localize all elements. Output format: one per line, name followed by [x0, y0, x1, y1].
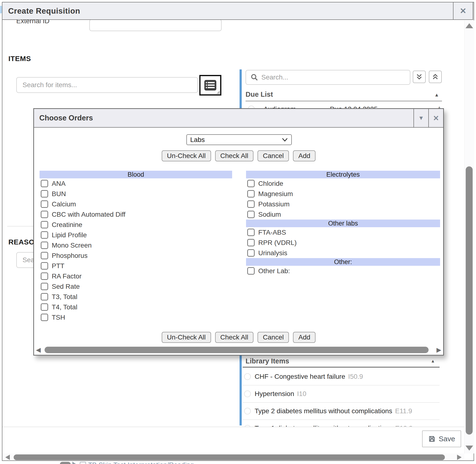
- collapse-all-button[interactable]: [429, 71, 442, 83]
- order-checkbox[interactable]: [41, 303, 48, 311]
- dialog-close-button[interactable]: ✕: [453, 2, 473, 19]
- library-item-name: Hypertension: [255, 390, 294, 398]
- order-label: Potassium: [258, 200, 290, 208]
- order-checkbox[interactable]: [41, 221, 48, 228]
- order-checkbox[interactable]: [247, 249, 255, 257]
- order-checkbox[interactable]: [247, 200, 255, 208]
- due-list-collapse-caret[interactable]: ▲: [434, 92, 439, 97]
- add-button[interactable]: Add: [293, 150, 316, 161]
- order-label: Magnesium: [258, 190, 293, 198]
- scroll-up-icon[interactable]: [466, 23, 473, 28]
- order-label: Urinalysis: [258, 249, 287, 257]
- cancel-button[interactable]: Cancel: [258, 150, 289, 161]
- due-list-search-input[interactable]: Search...: [246, 70, 410, 85]
- add-button[interactable]: Add: [293, 332, 316, 343]
- order-checkbox[interactable]: [41, 252, 48, 259]
- order-checkbox-row: ANA: [40, 178, 232, 189]
- scroll-left-icon[interactable]: [5, 455, 10, 460]
- order-label: ANA: [52, 180, 66, 187]
- scroll-right-icon[interactable]: [457, 455, 462, 460]
- items-search-input[interactable]: Search for items...: [16, 77, 198, 93]
- cancel-button[interactable]: Cancel: [258, 332, 289, 343]
- check-all-button[interactable]: Check All: [215, 150, 254, 161]
- order-checkbox-row: Mono Screen: [40, 240, 232, 251]
- choose-orders-modal: Choose Orders ▼ ✕ Labs Un-Check All Chec…: [33, 108, 444, 356]
- order-checkbox[interactable]: [41, 211, 48, 218]
- expand-all-button[interactable]: [413, 71, 426, 83]
- order-checkbox[interactable]: [41, 200, 48, 208]
- order-label: Calcium: [52, 200, 76, 208]
- order-checkbox[interactable]: [247, 190, 255, 198]
- order-label: Mono Screen: [52, 242, 92, 249]
- library-item-radio[interactable]: [244, 373, 251, 380]
- uncheck-all-button[interactable]: Un-Check All: [162, 150, 211, 161]
- library-item-radio[interactable]: [244, 390, 251, 397]
- library-item-row[interactable]: Type 1 diabetes mellitus without complic…: [243, 420, 440, 427]
- library-item-radio[interactable]: [244, 408, 251, 415]
- close-icon: ✕: [460, 6, 466, 16]
- modal-collapse-button[interactable]: ▼: [414, 109, 428, 127]
- items-catalog-button[interactable]: [199, 75, 221, 96]
- order-checkbox[interactable]: [247, 180, 255, 187]
- scroll-right-icon[interactable]: ▶: [436, 347, 441, 353]
- order-checkbox[interactable]: [41, 314, 48, 321]
- order-checkbox[interactable]: [41, 242, 48, 249]
- library-item-name: Type 1 diabetes mellitus without complic…: [255, 425, 392, 427]
- hscroll-thumb[interactable]: [14, 454, 445, 460]
- order-group-header: Other labs: [246, 220, 440, 227]
- vscroll-thumb[interactable]: [466, 166, 473, 435]
- due-list-partial-row[interactable]: Audiogram Due 12.04.2025: [246, 105, 435, 108]
- order-checkbox[interactable]: [41, 283, 48, 290]
- list-icon: [204, 79, 217, 91]
- modal-hscroll-thumb[interactable]: [45, 347, 428, 353]
- uncheck-all-button[interactable]: Un-Check All: [162, 332, 211, 343]
- library-item-row[interactable]: Type 2 diabetes mellitus without complic…: [243, 403, 440, 420]
- order-label: Creatinine: [52, 221, 82, 229]
- order-group-header: Other:: [246, 258, 440, 266]
- close-icon: ✕: [433, 114, 439, 122]
- choose-orders-titlebar: Choose Orders ▼ ✕: [34, 109, 443, 128]
- order-checkbox[interactable]: [41, 190, 48, 198]
- order-label: Lipid Profile: [52, 231, 87, 239]
- save-button[interactable]: Save: [422, 430, 461, 447]
- order-checkbox[interactable]: [41, 180, 48, 187]
- library-items-collapse-caret[interactable]: ▲: [431, 359, 435, 363]
- external-id-field[interactable]: [89, 19, 222, 31]
- floppy-icon: [428, 435, 436, 443]
- order-checkbox[interactable]: [41, 262, 48, 270]
- order-label: Chloride: [258, 180, 283, 187]
- orders-column-left: BloodANABUNCalciumCBC with Automated Dif…: [40, 171, 232, 322]
- order-label: BUN: [52, 190, 66, 198]
- library-item-radio[interactable]: [244, 425, 251, 427]
- order-checkbox[interactable]: [247, 229, 255, 236]
- clipped-checkbox[interactable]: [80, 462, 86, 464]
- library-item-name: Type 2 diabetes mellitus without complic…: [255, 407, 392, 415]
- order-checkbox[interactable]: [41, 293, 48, 300]
- clipped-row-label: TB Skin Test Interpretation/Reading: [88, 461, 194, 464]
- order-checkbox[interactable]: [41, 272, 48, 280]
- order-checkbox-row: BUN: [40, 189, 232, 199]
- check-all-button[interactable]: Check All: [215, 332, 254, 343]
- library-item-row[interactable]: HypertensionI10: [243, 386, 440, 403]
- modal-close-button[interactable]: ✕: [428, 109, 443, 127]
- library-item-row[interactable]: CHF - Congestive heart failureI50.9: [243, 368, 440, 386]
- chevron-down-icon: [282, 138, 288, 142]
- order-category-select[interactable]: Labs: [186, 134, 292, 145]
- order-label: TSH: [52, 314, 65, 321]
- order-checkbox-row: CBC with Automated Diff: [40, 209, 232, 220]
- order-checkbox-row: T4, Total: [40, 302, 232, 312]
- order-checkbox[interactable]: [41, 231, 48, 239]
- order-checkbox-row: Sed Rate: [40, 281, 232, 292]
- order-checkbox[interactable]: [247, 267, 255, 275]
- scroll-down-icon[interactable]: [466, 445, 473, 451]
- order-checkbox[interactable]: [247, 239, 255, 246]
- due-list-header: Due List: [246, 90, 273, 98]
- order-checkbox-row: TSH: [40, 312, 232, 322]
- library-items-list: CHF - Congestive heart failureI50.9Hyper…: [243, 368, 440, 427]
- order-checkbox[interactable]: [247, 211, 255, 218]
- expand-triangle-icon[interactable]: [72, 462, 76, 464]
- order-label: RPR (VDRL): [258, 239, 297, 247]
- scroll-left-icon[interactable]: ◀: [36, 347, 41, 353]
- order-label: T4, Total: [52, 303, 77, 311]
- clipped-bottom-row: TB Skin Test Interpretation/Reading: [0, 461, 476, 464]
